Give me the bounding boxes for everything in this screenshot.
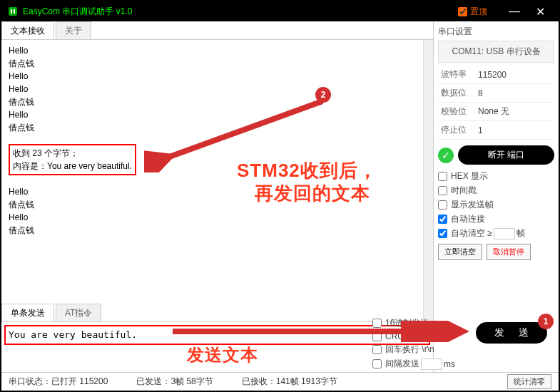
- interval-value[interactable]: [421, 359, 442, 370]
- window-title: EasyCom 串口调试助手 v1.0: [23, 6, 458, 18]
- pin-toggle[interactable]: 置顶: [458, 6, 487, 18]
- recv-line: 借点钱: [9, 198, 426, 211]
- minimize-button[interactable]: —: [502, 5, 527, 18]
- baud-value[interactable]: 115200: [474, 70, 554, 80]
- disconnect-button[interactable]: 断开 端口: [458, 145, 554, 165]
- svg-rect-0: [9, 7, 17, 16]
- parity-label: 校验位: [438, 105, 474, 118]
- connected-icon: ✓: [438, 148, 454, 163]
- recv-line: Hello: [9, 83, 426, 96]
- serial-section-title: 串口设置: [438, 26, 554, 38]
- recv-textarea[interactable]: Hello 借点钱 Hello Hello 借点钱 Hello 借点钱 收到 2…: [1, 40, 433, 301]
- tab-text-recv[interactable]: 文本接收: [1, 21, 54, 39]
- status-bar: 串口状态：已打开 115200 已发送：3帧 58字节 已接收：141帧 191…: [1, 372, 559, 391]
- stopbits-label: 停止位: [438, 124, 474, 136]
- recv-line: 借点钱: [9, 121, 426, 134]
- status-recv: 已接收：141帧 1913字节: [242, 376, 337, 388]
- stopbits-value[interactable]: 1: [474, 125, 554, 135]
- recv-line: 借点钱: [9, 57, 426, 70]
- auto-clear-value[interactable]: [494, 228, 515, 239]
- tab-single-send[interactable]: 单条发送: [1, 304, 54, 321]
- cancel-pause-button[interactable]: 取消暂停: [487, 244, 531, 260]
- clear-now-button[interactable]: 立即清空: [438, 244, 482, 260]
- auto-clear-checkbox[interactable]: 自动清空 ≥帧: [438, 227, 554, 239]
- app-icon: [7, 6, 19, 17]
- send-button[interactable]: 发 送: [476, 322, 547, 344]
- pin-checkbox[interactable]: [458, 7, 467, 16]
- hex-send-checkbox[interactable]: 16进制发送: [372, 317, 458, 329]
- databits-value[interactable]: 8: [474, 88, 554, 98]
- recv-line: 借点钱: [9, 96, 426, 108]
- send-input[interactable]: You are very beautiful.: [4, 325, 430, 345]
- reset-stats-button[interactable]: 统计清零: [507, 374, 551, 389]
- send-tabs: 单条发送 AT指令: [1, 304, 433, 322]
- auto-connect-checkbox[interactable]: 自动连接: [438, 213, 554, 225]
- highlighted-recv-block: 收到 23 个字节； 内容是：You are very beautiful.: [9, 144, 136, 175]
- recv-line: Hello: [9, 211, 426, 224]
- recv-line: Hello: [9, 44, 426, 57]
- status-port: 串口状态：已打开 115200: [9, 376, 108, 388]
- tab-at-cmd[interactable]: AT指令: [56, 304, 101, 321]
- port-selector[interactable]: COM11: USB 串行设备: [438, 41, 554, 63]
- annotation-badge-2: 2: [315, 87, 331, 103]
- recv-line: Hello: [9, 185, 426, 198]
- hex-display-checkbox[interactable]: HEX 显示: [438, 170, 554, 182]
- svg-rect-1: [11, 9, 12, 14]
- databits-label: 数据位: [438, 87, 474, 99]
- recv-line: Hello: [9, 108, 426, 121]
- tab-about[interactable]: 关于: [56, 21, 91, 39]
- timestamp-checkbox[interactable]: 时间戳: [438, 185, 554, 197]
- close-button[interactable]: ✕: [527, 5, 553, 19]
- show-send-checkbox[interactable]: 显示发送帧: [438, 199, 554, 211]
- svg-rect-2: [14, 9, 15, 14]
- annotation-badge-1: 1: [538, 314, 554, 329]
- send-options: 16进制发送 CRC-16 1C 回车换行 \r\n 间隔发送ms: [372, 315, 458, 372]
- baud-label: 波特率: [438, 68, 474, 81]
- crc-checkbox[interactable]: CRC-16 1C: [372, 331, 458, 341]
- interval-send-checkbox[interactable]: 间隔发送ms: [372, 358, 458, 370]
- status-sent: 已发送：3帧 58字节: [136, 376, 213, 388]
- parity-value[interactable]: None 无: [474, 105, 554, 118]
- recv-line: Hello: [9, 70, 426, 83]
- recv-line: 借点钱: [9, 224, 426, 237]
- recv-tabs: 文本接收 关于: [1, 21, 433, 40]
- newline-checkbox[interactable]: 回车换行 \r\n: [372, 344, 458, 356]
- scrollbar[interactable]: [423, 40, 433, 329]
